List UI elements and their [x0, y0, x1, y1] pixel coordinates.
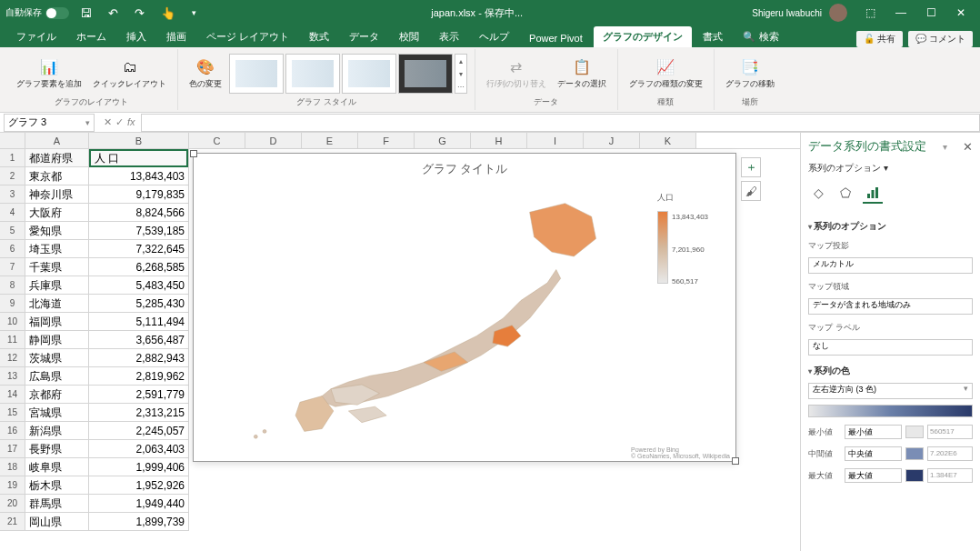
mid-type-select[interactable]: 中央値 — [845, 446, 902, 461]
comments-button[interactable]: 💬 コメント — [908, 31, 973, 47]
cell-header[interactable]: 都道府県 — [25, 149, 88, 167]
formula-input[interactable] — [141, 114, 980, 132]
mid-color-swatch[interactable] — [905, 447, 924, 460]
series-color-section[interactable]: 系列の色 — [808, 365, 973, 377]
style-gallery-scroll[interactable]: ▴▾⋯ — [455, 54, 467, 94]
accept-formula-icon[interactable]: ✓ — [115, 116, 124, 128]
ribbon-display-icon[interactable]: ⬚ — [856, 3, 885, 23]
select-data-button[interactable]: 📋データの選択 — [554, 56, 610, 92]
row-header[interactable]: 20 — [0, 495, 25, 513]
cell[interactable]: 静岡県 — [25, 331, 88, 349]
row-header[interactable]: 5 — [0, 222, 25, 240]
cell[interactable]: 3,656,487 — [89, 331, 188, 349]
redo-icon[interactable]: ↷ — [129, 5, 150, 22]
cell[interactable]: 8,824,566 — [89, 204, 188, 222]
cell[interactable]: 7,539,185 — [89, 222, 188, 240]
cell[interactable]: 宮城県 — [25, 404, 88, 422]
chart-styles-button[interactable]: 🖌 — [741, 181, 761, 201]
row-header[interactable]: 14 — [0, 386, 25, 404]
mid-value-input[interactable]: 7.202E6 — [927, 446, 973, 461]
cell[interactable]: 2,882,943 — [89, 349, 188, 367]
map-labels-select[interactable]: なし — [808, 339, 973, 356]
cancel-formula-icon[interactable]: ✕ — [104, 116, 112, 128]
options-dropdown[interactable]: 系列のオプション ▾ — [808, 162, 973, 175]
quick-layout-button[interactable]: 🗂クイックレイアウト — [89, 56, 170, 92]
col-header[interactable]: H — [471, 133, 527, 148]
col-header[interactable]: K — [640, 133, 696, 148]
chart-title[interactable]: グラフ タイトル — [194, 154, 735, 185]
cell[interactable]: 神奈川県 — [25, 185, 88, 204]
min-value-input[interactable]: 560517 — [927, 425, 973, 439]
col-header[interactable]: D — [245, 133, 302, 148]
cell[interactable]: 2,313,215 — [89, 404, 188, 422]
fill-options-icon[interactable]: ◇ — [808, 184, 828, 204]
col-header[interactable]: C — [189, 133, 245, 148]
cell[interactable]: 千葉県 — [25, 258, 88, 276]
move-chart-button[interactable]: 📑グラフの移動 — [722, 56, 778, 92]
close-pane-icon[interactable]: ✕ — [963, 140, 973, 154]
effects-options-icon[interactable]: ⬠ — [835, 184, 855, 204]
row-header[interactable]: 21 — [0, 513, 25, 531]
search-box[interactable]: 🔍 検索 — [734, 26, 788, 47]
cell[interactable]: 茨城県 — [25, 349, 88, 367]
avatar[interactable] — [829, 4, 847, 22]
row-header[interactable]: 2 — [0, 167, 25, 185]
qat-dropdown-icon[interactable]: ▾ — [186, 6, 202, 19]
undo-icon[interactable]: ↶ — [103, 5, 124, 22]
username[interactable]: Shigeru Iwabuchi — [752, 8, 822, 18]
tab-draw[interactable]: 描画 — [157, 26, 195, 47]
row-header[interactable]: 11 — [0, 331, 25, 349]
cell[interactable]: 7,322,645 — [89, 240, 188, 258]
tab-chartdesign[interactable]: グラフのデザイン — [594, 26, 692, 47]
cell[interactable]: 1,899,739 — [89, 513, 188, 531]
tab-insert[interactable]: 挿入 — [117, 26, 155, 47]
chart-style-1[interactable] — [229, 54, 284, 94]
tab-home[interactable]: ホーム — [67, 26, 115, 47]
add-chart-element-button[interactable]: 📊グラフ要素を追加 — [13, 56, 85, 92]
cell[interactable]: 長野県 — [25, 440, 88, 458]
tab-file[interactable]: ファイル — [7, 26, 65, 47]
row-header[interactable]: 1 — [0, 149, 25, 167]
col-header[interactable]: G — [415, 133, 471, 148]
tab-powerpivot[interactable]: Power Pivot — [520, 29, 592, 47]
col-header[interactable]: F — [358, 133, 415, 148]
cell[interactable]: 2,063,403 — [89, 440, 188, 458]
row-header[interactable]: 9 — [0, 295, 25, 313]
row-header[interactable]: 18 — [0, 458, 25, 476]
autosave-toggle[interactable]: 自動保存 — [5, 6, 69, 19]
row-header[interactable]: 16 — [0, 422, 25, 440]
row-header[interactable]: 12 — [0, 349, 25, 367]
max-color-swatch[interactable] — [905, 469, 924, 482]
cell[interactable]: 2,819,962 — [89, 367, 188, 386]
touch-mode-icon[interactable]: 👆 — [155, 5, 181, 22]
cell[interactable]: 埼玉県 — [25, 240, 88, 258]
map-area-select[interactable]: データが含まれる地域のみ — [808, 298, 973, 315]
tab-help[interactable]: ヘルプ — [470, 26, 518, 47]
select-all-corner[interactable] — [0, 133, 25, 148]
cell[interactable]: 5,483,450 — [89, 276, 188, 295]
min-type-select[interactable]: 最小値 — [845, 425, 902, 439]
cell[interactable]: 13,843,403 — [89, 167, 188, 185]
max-type-select[interactable]: 最大値 — [845, 468, 902, 483]
cell[interactable]: 5,285,430 — [89, 295, 188, 313]
cell[interactable]: 東京都 — [25, 167, 88, 185]
close-icon[interactable]: ✕ — [947, 3, 975, 23]
cell[interactable]: 福岡県 — [25, 313, 88, 331]
col-header[interactable]: B — [89, 133, 189, 148]
row-header[interactable]: 7 — [0, 258, 25, 276]
worksheet[interactable]: A B C D E F G H I J K 123456789101112131… — [0, 133, 800, 551]
change-chart-type-button[interactable]: 📈グラフの種類の変更 — [625, 56, 706, 92]
change-colors-button[interactable]: 🎨色の変更 — [185, 56, 225, 92]
tab-view[interactable]: 表示 — [430, 26, 468, 47]
tab-pagelayout[interactable]: ページ レイアウト — [197, 26, 298, 47]
cell[interactable]: 6,268,585 — [89, 258, 188, 276]
cell[interactable]: 広島県 — [25, 367, 88, 386]
min-color-swatch[interactable] — [905, 426, 924, 438]
row-header[interactable]: 8 — [0, 276, 25, 295]
cell[interactable]: 北海道 — [25, 295, 88, 313]
row-header[interactable]: 19 — [0, 476, 25, 495]
cell[interactable]: 栃木県 — [25, 476, 88, 495]
color-scheme-select[interactable]: 左右逆方向 (3 色) ▾ — [808, 383, 973, 399]
row-header[interactable]: 6 — [0, 240, 25, 258]
chart-style-2[interactable] — [285, 54, 340, 94]
